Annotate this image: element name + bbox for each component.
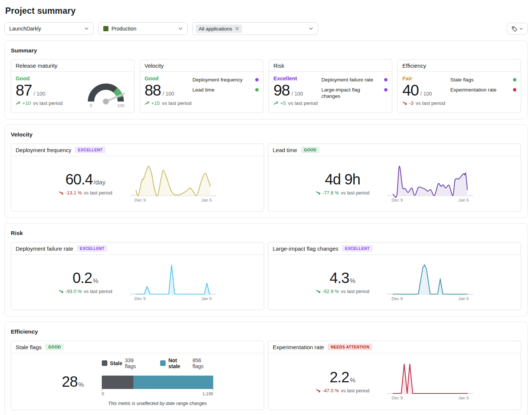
legend-label: Experimentation rate xyxy=(450,87,509,93)
efficiency-legend: Stale flags Experimentation rate xyxy=(450,75,516,106)
status-badge: GOOD xyxy=(301,147,319,153)
legend-dot xyxy=(513,78,516,81)
legend-dot xyxy=(255,88,259,91)
score-value: 40 xyxy=(402,83,419,98)
deployment-frequency-chart: Dec 9Jan 5 xyxy=(130,164,216,203)
change-label: vs last period xyxy=(341,388,370,393)
environment-select[interactable]: Production xyxy=(98,22,188,35)
risk-legend: Deployment failure rate Large-impact fla… xyxy=(321,75,387,106)
score-value: 88 xyxy=(145,83,161,98)
metric-unit: % xyxy=(350,377,356,384)
change-label: vs last period xyxy=(84,190,113,196)
trend-row: +5 vs last period xyxy=(273,100,318,106)
change-value: -47.0 % xyxy=(322,388,339,393)
metric-title: Stale flags xyxy=(16,344,42,350)
project-select-value: LaunchDarkly xyxy=(9,26,41,32)
chevron-down-icon xyxy=(309,27,313,30)
status-label: Good xyxy=(16,75,62,81)
status-badge: EXCELLENT xyxy=(77,245,107,252)
change-value: -52.9 % xyxy=(322,289,339,294)
trend-label: vs last period xyxy=(416,100,445,106)
status-label: Excellent xyxy=(273,75,318,81)
trend-value: +10 xyxy=(22,100,31,106)
status-badge: NEEDS ATTENTION xyxy=(328,344,372,350)
score-max: / 100 xyxy=(292,91,303,97)
trend-up-icon xyxy=(16,101,20,105)
score-max: / 100 xyxy=(34,91,45,97)
legend-item-stale: Stale 339 flags xyxy=(102,357,145,369)
status-label: Fair xyxy=(402,75,445,81)
svg-text:0: 0 xyxy=(90,103,92,108)
project-select[interactable]: LaunchDarkly xyxy=(4,22,94,35)
metric-unit: % xyxy=(78,381,84,389)
efficiency-section: Efficiency Stale flags GOOD 28 % xyxy=(4,322,528,415)
stale-flags-card: Stale flags GOOD 28 % Stale 339 flags xyxy=(11,341,264,410)
trend-up-icon xyxy=(145,101,149,105)
lead-time-card: Lead time GOOD 4d 9h -77.6 % vs last per… xyxy=(268,144,521,212)
chevron-down-icon xyxy=(84,27,89,30)
trend-down-icon xyxy=(316,389,321,393)
tags-filter-button[interactable] xyxy=(507,23,528,35)
svg-text:Jan 5: Jan 5 xyxy=(458,396,469,400)
legend-dot xyxy=(384,78,387,81)
lead-time-chart: Dec 9Jan 5 xyxy=(387,164,473,203)
change-row: -52.9 % vs last period xyxy=(316,289,369,294)
metric-value: 4d 9h xyxy=(325,172,360,187)
metric-value: 60.4 xyxy=(65,172,93,187)
legend-item-not-stale: Not stale 856 flags xyxy=(160,357,213,369)
legend-count: 856 flags xyxy=(192,357,213,369)
status-badge: EXCELLENT xyxy=(75,147,106,153)
score-value: 87 xyxy=(16,83,32,98)
chevron-down-icon xyxy=(519,28,523,30)
trend-row: -3 vs last period xyxy=(402,100,445,106)
legend-label: Stale flags xyxy=(450,77,509,83)
risk-section: Risk Deployment failure rate EXCELLENT 0… xyxy=(4,223,528,316)
card-title: Velocity xyxy=(145,62,164,69)
chevron-down-icon xyxy=(178,27,183,30)
change-value: -93.0 % xyxy=(65,289,82,294)
stale-segment xyxy=(102,376,133,389)
svg-text:Jan 5: Jan 5 xyxy=(458,296,469,301)
applications-chip[interactable]: All applications xyxy=(196,25,242,33)
trend-row: +10 vs last period xyxy=(16,100,62,106)
experimentation-rate-card: Experimentation rate NEEDS ATTENTION 2.2… xyxy=(268,341,521,410)
applications-select[interactable]: All applications xyxy=(192,22,318,35)
tag-icon xyxy=(511,26,518,32)
metric-title: Deployment failure rate xyxy=(16,245,73,252)
deployment-frequency-card: Deployment frequency EXCELLENT 60.4 /day… xyxy=(11,144,264,212)
metric-value: 2.2 xyxy=(330,370,349,385)
trend-down-icon xyxy=(59,289,64,293)
legend-label: Deployment failure rate xyxy=(321,77,380,83)
trend-value: +5 xyxy=(280,100,286,106)
velocity-heading: Velocity xyxy=(11,131,521,138)
deployment-failure-rate-card: Deployment failure rate EXCELLENT 0.2 % … xyxy=(11,242,264,310)
release-maturity-gauge: 0100 xyxy=(82,75,130,108)
bar-axis-ticks xyxy=(102,389,213,391)
bar-axis-labels: 0 1,195 xyxy=(102,392,213,396)
change-row: -77.6 % vs last period xyxy=(316,190,369,196)
velocity-legend: Deployment frequency Lead time xyxy=(192,75,259,106)
velocity-section: Velocity Deployment frequency EXCELLENT … xyxy=(4,125,528,218)
legend-label: Lead time xyxy=(192,87,252,93)
stale-flags-legend: Stale 339 flags Not stale 856 flags xyxy=(102,357,213,369)
not-stale-segment xyxy=(133,376,213,389)
stacked-bar xyxy=(102,376,213,389)
risk-summary-card: Risk Excellent 98 / 100 +5 vs last perio… xyxy=(269,59,392,113)
status-label: Good xyxy=(145,75,191,81)
efficiency-summary-card: Efficiency Fair 40 / 100 -3 vs last peri… xyxy=(398,59,521,113)
release-maturity-card: Release maturity Good 87 / 100 +10 vs la… xyxy=(11,59,134,113)
change-label: vs last period xyxy=(341,289,370,294)
card-title: Release maturity xyxy=(16,62,58,69)
close-icon[interactable] xyxy=(235,27,239,30)
efficiency-heading: Efficiency xyxy=(11,328,521,335)
trend-down-icon xyxy=(402,101,407,105)
environment-select-value: Production xyxy=(111,26,136,32)
axis-max: 1,195 xyxy=(202,392,213,396)
trend-value: -3 xyxy=(409,100,413,106)
stale-flags-chart: Stale 339 flags Not stale 856 flags xyxy=(102,357,213,406)
svg-text:Dec 9: Dec 9 xyxy=(134,296,146,301)
metric-value: 0.2 xyxy=(72,270,92,285)
large-impact-flag-changes-card: Large-impact flag changes EXCELLENT 4.3 … xyxy=(268,242,521,310)
metric-unit: % xyxy=(93,277,98,285)
stale-swatch xyxy=(102,360,107,366)
